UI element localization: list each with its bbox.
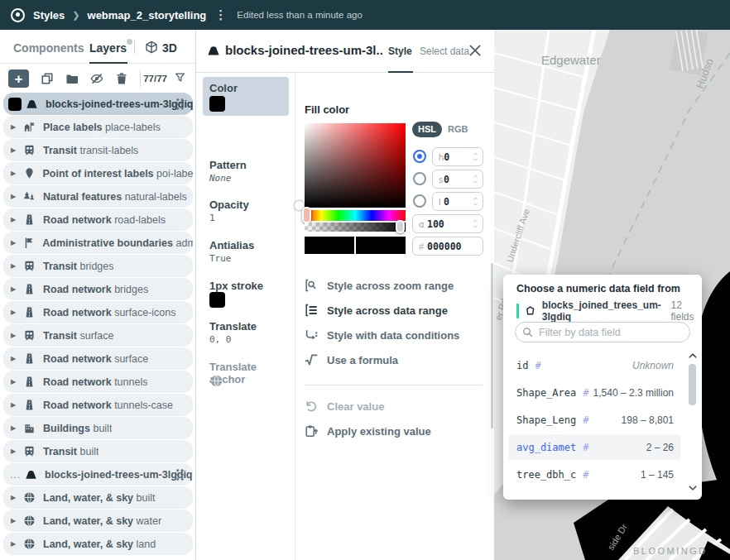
style-across-zoom-range-button[interactable]: Style across zoom range xyxy=(305,279,454,292)
stepper-icons[interactable] xyxy=(472,218,479,229)
alpha-input[interactable] xyxy=(427,218,465,230)
saturation-input-box[interactable]: s xyxy=(432,170,483,189)
field-row-shape-area[interactable]: Shape_Area # 1,540 – 2.3 million xyxy=(508,380,680,405)
duplicate-layer-icon[interactable] xyxy=(41,72,54,85)
chevron-right-icon[interactable]: ▶ xyxy=(11,216,19,223)
chevron-right-icon[interactable]: ▶ xyxy=(11,285,19,293)
tab-layers[interactable]: Layers xyxy=(89,41,127,55)
layer-row-road-tunnels[interactable]: ▶ Road network tunnels xyxy=(3,371,193,393)
chevron-right-icon[interactable]: ▶ xyxy=(11,517,19,524)
style-across-data-range-button[interactable]: Style across data range xyxy=(305,304,448,317)
chevron-right-icon[interactable]: ▶ xyxy=(11,262,19,270)
tab-style[interactable]: Style xyxy=(388,45,412,57)
layer-row-road-bridges[interactable]: ▶ Road network bridges xyxy=(3,278,193,300)
layer-row-blocks-joined-trees-2[interactable]: ... blocks-joined-trees-um-3lgdiq xyxy=(3,463,193,486)
panel-scrollbar[interactable] xyxy=(491,263,493,428)
property-1px-stroke[interactable]: 1px stroke xyxy=(209,280,263,292)
hue-channel-radio[interactable] xyxy=(413,150,426,163)
chevron-right-icon[interactable]: ▶ xyxy=(11,540,19,548)
field-row-shape-leng[interactable]: Shape_Leng # 198 – 8,801 xyxy=(508,407,680,433)
delete-layer-icon[interactable] xyxy=(115,72,128,85)
layer-row-lws-water[interactable]: ▶ Land, water, & sky water xyxy=(3,510,193,532)
layer-row-buildings-built[interactable]: ▶ Buildings built xyxy=(3,417,193,439)
lightness-input[interactable] xyxy=(444,196,472,208)
filter-input[interactable] xyxy=(539,327,680,338)
layer-row-blocks-joined-trees[interactable]: blocks-joined-trees-um-3lgdiq (1) xyxy=(3,93,193,115)
layer-row-lws-land[interactable]: ▶ Land, water, & sky land xyxy=(3,533,193,555)
apply-existing-value-button[interactable]: Apply existing value xyxy=(305,424,431,438)
field-row-avg-diamet[interactable]: avg_diamet # 2 – 26 xyxy=(508,434,680,460)
hue-input-box[interactable]: h xyxy=(432,147,483,166)
layer-row-transit-built[interactable]: ▶ Transit built xyxy=(3,440,193,462)
scrollbar-thumb[interactable] xyxy=(689,364,696,405)
layer-row-road-tunnels-case[interactable]: ▶ Road network tunnels-case xyxy=(3,394,193,416)
tab-3d[interactable]: 3D xyxy=(162,41,177,55)
stepper-icons[interactable] xyxy=(472,174,479,184)
hue-slider[interactable] xyxy=(305,210,406,221)
tab-select-data[interactable]: Select data xyxy=(420,45,469,57)
property-opacity[interactable]: Opacity xyxy=(209,199,249,211)
chevron-right-icon[interactable]: ▶ xyxy=(11,448,19,455)
property-color[interactable]: Color xyxy=(203,77,289,116)
layer-row-transit-surface[interactable]: ▶ Transit surface xyxy=(3,324,193,347)
chevron-right-icon[interactable]: ▶ xyxy=(11,239,18,246)
chevron-right-icon[interactable]: ▶ xyxy=(11,146,19,154)
mode-hsl-button[interactable]: HSL xyxy=(412,122,442,137)
field-row-partial[interactable]: tree_dbh_l # 2 – 2,533 xyxy=(508,491,680,500)
filter-layers-icon[interactable] xyxy=(175,72,185,83)
saturation-input[interactable] xyxy=(444,174,472,185)
chevron-right-icon[interactable]: ▶ xyxy=(11,332,19,339)
scroll-up-icon[interactable] xyxy=(688,351,698,361)
tab-components[interactable]: Components xyxy=(13,41,84,55)
field-row-id[interactable]: id # Unknown xyxy=(508,352,680,378)
saturation-channel-radio[interactable] xyxy=(413,172,426,185)
hex-input[interactable] xyxy=(427,241,477,252)
add-layer-button[interactable]: + xyxy=(8,69,29,88)
layer-row-transit-bridges[interactable]: ▶ Transit bridges xyxy=(3,255,193,277)
alpha-input-box[interactable]: α xyxy=(412,214,483,233)
hue-slider-handle[interactable] xyxy=(302,207,311,223)
field-row-tree-dbh-c[interactable]: tree_dbh_c # 1 – 145 xyxy=(508,462,680,487)
drag-handle-icon[interactable] xyxy=(175,468,185,481)
property-translate[interactable]: Translate xyxy=(209,320,257,333)
group-folder-icon[interactable] xyxy=(65,72,79,85)
chevron-right-icon[interactable]: ▶ xyxy=(11,494,19,501)
chevron-right-icon[interactable]: ▶ xyxy=(11,309,19,316)
use-a-formula-button[interactable]: Use a formula xyxy=(305,353,398,366)
chevron-right-icon[interactable]: ▶ xyxy=(11,123,19,131)
chevron-right-icon[interactable]: ▶ xyxy=(11,193,19,200)
chevron-right-icon[interactable]: ▶ xyxy=(11,424,19,432)
layer-row-transit-labels[interactable]: ▶ Transit transit-labels xyxy=(3,139,193,161)
saturation-lightness-picker[interactable] xyxy=(305,123,406,208)
color-swatch[interactable] xyxy=(209,96,225,112)
filter-field-box[interactable] xyxy=(515,322,690,342)
clear-value-button[interactable]: Clear value xyxy=(305,400,384,413)
drag-handle-icon[interactable] xyxy=(175,98,185,111)
chevron-right-icon[interactable]: ▶ xyxy=(11,378,19,385)
popup-scrollbar[interactable] xyxy=(687,351,699,493)
scroll-down-icon[interactable] xyxy=(688,483,698,493)
stroke-color-swatch[interactable] xyxy=(209,292,225,308)
lightness-input-box[interactable]: l xyxy=(432,192,483,211)
layer-row-lws-built[interactable]: ▶ Land, water, & sky built xyxy=(3,486,193,509)
property-antialias[interactable]: Antialias xyxy=(209,239,254,251)
style-with-data-conditions-button[interactable]: Style with data conditions xyxy=(305,328,459,342)
chevron-right-icon[interactable]: ▶ xyxy=(11,401,19,409)
property-pattern[interactable]: Pattern xyxy=(209,159,247,171)
layer-row-road-surface[interactable]: ▶ Road network surface xyxy=(3,347,193,370)
layer-row-admin[interactable]: ▶ Administrative boundaries admin xyxy=(3,232,193,254)
layer-row-natural-labels[interactable]: ▶ Natural features natural-labels xyxy=(3,185,193,208)
mode-rgb-button[interactable]: RGB xyxy=(448,124,468,134)
alpha-slider[interactable] xyxy=(305,223,406,232)
chevron-right-icon[interactable]: ▶ xyxy=(11,170,19,177)
layer-row-poi-labels[interactable]: ▶ Point of interest labels poi-labels xyxy=(3,162,193,184)
layer-row-road-labels[interactable]: ▶ Road network road-labels xyxy=(3,208,193,231)
kebab-menu-icon[interactable]: ⋮ xyxy=(214,7,227,22)
chevron-right-icon[interactable]: ▶ xyxy=(11,355,19,362)
layer-row-road-surface-icons[interactable]: ▶ Road network surface-icons xyxy=(3,301,193,323)
close-icon[interactable] xyxy=(468,43,483,58)
lightness-channel-radio[interactable] xyxy=(413,194,426,208)
styles-breadcrumb[interactable]: Styles xyxy=(33,9,65,22)
hex-input-box[interactable]: # xyxy=(412,237,483,256)
stepper-icons[interactable] xyxy=(472,196,479,207)
